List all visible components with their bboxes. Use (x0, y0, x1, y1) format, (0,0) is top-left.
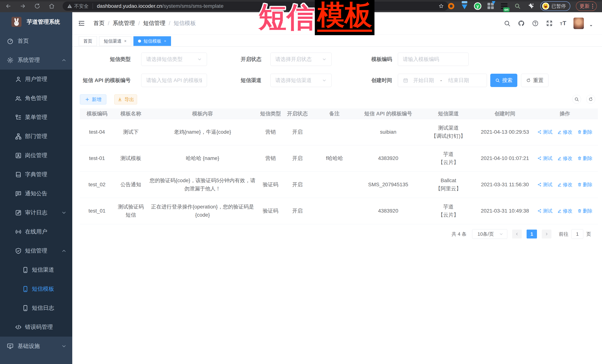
sidebar-item-短信渠道[interactable]: 短信渠道 (0, 260, 72, 279)
avatar-dropdown-icon[interactable] (589, 23, 593, 28)
row-action-修改[interactable]: 修改 (557, 180, 572, 189)
row-action-测试[interactable]: 测试 (537, 128, 553, 136)
page-tab-bar: 首页短信渠道×短信模板× (72, 34, 602, 47)
sms-type-select[interactable]: 请选择短信类型 (141, 52, 207, 66)
sidebar-item-菜单管理[interactable]: 菜单管理 (0, 108, 72, 127)
fullscreen-icon[interactable] (546, 20, 553, 27)
row-action-测试[interactable]: 测试 (537, 207, 553, 215)
row-action-删除[interactable]: 删除 (577, 128, 592, 136)
sidebar-item-审计日志[interactable]: 审计日志 (0, 203, 72, 222)
next-page-button[interactable] (542, 229, 551, 239)
table-column-header: 创建时间 (478, 108, 532, 119)
cell-status: 开启 (283, 145, 311, 171)
reset-button[interactable]: 重置 (521, 74, 548, 87)
github-icon[interactable] (518, 20, 525, 27)
extension-magnifier-icon[interactable] (514, 2, 521, 10)
code-icon (15, 324, 22, 331)
table-column-header: 开启状态 (283, 108, 311, 119)
row-action-修改[interactable]: 修改 (557, 128, 572, 136)
goto-page-input[interactable] (571, 229, 583, 239)
sidebar-item-短信模板[interactable]: 短信模板 (0, 279, 72, 299)
page-size-select[interactable]: 10条/页 (472, 229, 507, 239)
extensions-puzzle-icon[interactable] (527, 2, 535, 10)
sidebar-item-label: 系统管理 (0, 56, 40, 64)
sidebar-item-错误码管理[interactable]: 错误码管理 (0, 318, 72, 337)
row-action-测试[interactable]: 测试 (537, 154, 553, 162)
tab-label: 短信渠道 (104, 38, 122, 44)
tab-短信模板[interactable]: 短信模板× (133, 36, 171, 46)
extension-gem-icon[interactable] (461, 2, 468, 10)
sidebar-item-角色管理[interactable]: 角色管理 (0, 89, 72, 108)
browser-back-icon[interactable] (5, 3, 11, 9)
divider (93, 3, 93, 9)
browser-update-button[interactable]: 更新 (576, 1, 597, 11)
refresh-table-button[interactable] (586, 95, 595, 104)
address-bar[interactable]: 不安全 dashboard.yudao.iocoder.cn/system/sm… (63, 1, 448, 11)
tab-首页[interactable]: 首页 (79, 36, 97, 46)
app-logo-row[interactable]: 芋道管理系统 (0, 12, 72, 31)
help-icon[interactable] (532, 20, 539, 27)
sidebar-item-label: 错误码管理 (0, 323, 53, 331)
sidebar-item-通知公告[interactable]: 通知公告 (0, 184, 72, 203)
search-button[interactable]: 搜索 (490, 74, 517, 87)
status-select[interactable]: 请选择开启状态 (270, 52, 332, 66)
breadcrumb-item[interactable]: 系统管理 (113, 20, 135, 27)
breadcrumb-item[interactable]: 首页 (93, 20, 105, 27)
sidebar-collapse-icon[interactable] (78, 20, 85, 27)
api-template-id-input[interactable]: 请输入短信 API 的模板编 (141, 74, 207, 87)
user-avatar[interactable] (573, 18, 584, 29)
tab-短信渠道[interactable]: 短信渠道× (99, 36, 131, 46)
browser-profile-button[interactable]: 已暂停 (540, 1, 570, 11)
sidebar-item-部门管理[interactable]: 部门管理 (0, 127, 72, 146)
breadcrumb-item[interactable]: 短信管理 (143, 20, 165, 27)
sidebar-item-基础设施[interactable]: 基础设施 (0, 337, 72, 356)
browser-forward-icon[interactable] (20, 3, 26, 9)
sidebar-item-字典管理[interactable]: 字典管理 (0, 165, 72, 184)
bookmark-star-icon[interactable] (438, 3, 444, 9)
security-warning[interactable]: 不安全 (67, 3, 89, 10)
browser-home-icon[interactable] (49, 3, 55, 9)
tab-close-icon[interactable]: × (164, 39, 166, 43)
end-date-placeholder: 结束日期 (448, 77, 469, 84)
app-logo (11, 17, 22, 27)
plus-icon (85, 97, 90, 102)
template-code-input[interactable]: 请输入模板编码 (398, 52, 469, 66)
cell-content: 哈哈哈 {name} (148, 145, 258, 171)
cell-code: test-01 (80, 145, 114, 171)
channel-select[interactable]: 请选择短信渠道 (270, 74, 332, 87)
chevron-down-icon (197, 57, 202, 62)
sidebar-item-首页[interactable]: 首页 (0, 31, 72, 51)
row-action-删除[interactable]: 删除 (577, 207, 592, 215)
sidebar-item-短信日志[interactable]: 短信日志 (0, 299, 72, 318)
row-action-删除[interactable]: 删除 (577, 180, 592, 189)
cell-content: 老鸡{name}，牛逼{code} (148, 119, 258, 145)
prev-page-button[interactable] (512, 229, 522, 239)
extension-y-icon[interactable]: y (474, 2, 481, 10)
extension-grid-icon[interactable] (487, 2, 495, 10)
search-icon[interactable] (504, 20, 511, 27)
page-number-1[interactable]: 1 (527, 229, 537, 239)
extension-orange-icon[interactable] (447, 2, 455, 10)
tab-close-icon[interactable]: × (124, 39, 127, 43)
font-size-icon[interactable]: TT (560, 20, 566, 27)
export-button[interactable]: 导出 (114, 94, 137, 104)
cell-api_template_id: suibian (358, 119, 419, 145)
row-action-修改[interactable]: 修改 (557, 154, 572, 162)
toggle-search-button[interactable] (572, 95, 581, 104)
row-action-删除[interactable]: 删除 (577, 154, 592, 162)
sidebar-item-用户管理[interactable]: 用户管理 (0, 70, 72, 89)
sidebar-item-在线用户[interactable]: 在线用户 (0, 222, 72, 241)
sidebar-item-岗位管理[interactable]: 岗位管理 (0, 146, 72, 165)
cell-channel: 测试渠道【调试(钉钉)】 (419, 119, 478, 145)
add-button[interactable]: 新增 (80, 94, 106, 104)
row-action-测试[interactable]: 测试 (537, 180, 553, 189)
browser-reload-icon[interactable] (34, 3, 40, 9)
browser-menu-icon[interactable] (592, 4, 593, 9)
extension-list-icon[interactable]: on (500, 2, 508, 10)
create-time-range-picker[interactable]: 开始日期 - 结束日期 (398, 74, 487, 87)
sidebar-item-短信管理[interactable]: 短信管理 (0, 241, 72, 260)
app-title: 芋道管理系统 (27, 18, 60, 26)
tab-label: 首页 (83, 38, 92, 44)
row-action-修改[interactable]: 修改 (557, 207, 572, 215)
sidebar-item-系统管理[interactable]: 系统管理 (0, 51, 72, 70)
